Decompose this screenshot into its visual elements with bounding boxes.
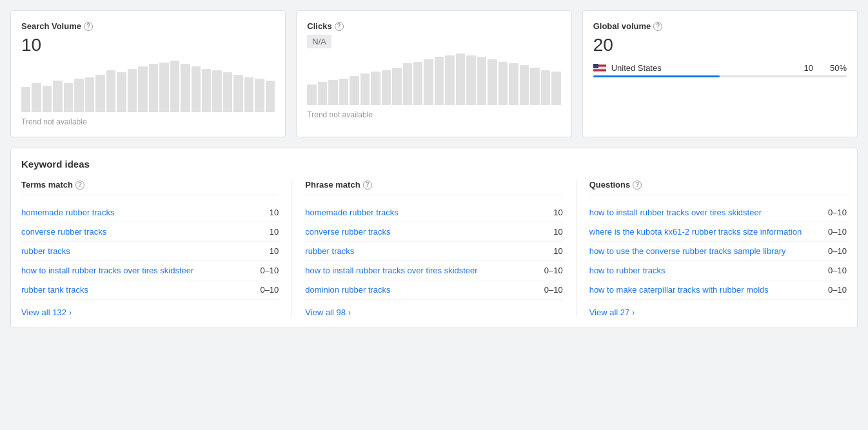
questions-items: how to install rubber tracks over tires … [589,203,847,300]
keyword-link[interactable]: converse rubber tracks [305,227,548,237]
questions-info-icon[interactable]: ? [633,181,642,190]
keyword-volume: 0–10 [828,208,847,217]
chart-bar [413,62,422,105]
keyword-row: rubber tracks10 [21,242,279,261]
search-volume-card: Search Volume ? 10 Trend not available [10,10,286,137]
global-volume-info-icon[interactable]: ? [653,22,662,31]
phrase-match-view-all[interactable]: View all 98 › [305,308,562,317]
phrase-match-label: Phrase match [305,180,360,190]
svg-rect-5 [593,70,606,70]
keyword-link[interactable]: how to rubber tracks [589,266,823,275]
keyword-link[interactable]: rubber tracks [305,246,548,256]
search-volume-info-icon[interactable]: ? [84,22,93,31]
keyword-row: how to install rubber tracks over tires … [589,203,847,222]
clicks-label: Clicks [307,21,331,31]
keyword-link[interactable]: homemade rubber tracks [21,208,264,217]
questions-view-all[interactable]: View all 27 › [589,308,847,317]
chart-bar [212,70,221,112]
chart-bar [64,83,73,112]
chart-bar [255,79,264,112]
chart-bar [530,68,539,105]
keyword-row: rubber tank tracks0–10 [21,280,279,300]
keyword-volume: 0–10 [828,285,847,295]
keyword-volume: 0–10 [828,227,847,237]
keyword-link[interactable]: how to use the converse rubber tracks sa… [589,246,823,256]
keyword-volume: 10 [553,246,562,256]
svg-rect-4 [593,68,606,69]
chart-bar [339,79,348,105]
phrase-chevron-icon: › [348,308,351,317]
chart-bar [138,66,147,112]
keyword-row: dominion rubber tracks0–10 [305,280,562,300]
chart-bar [95,75,104,112]
clicks-card: Clicks ? N/A Trend not available [296,10,571,137]
phrase-match-info-icon[interactable]: ? [363,181,372,190]
chart-bar [456,54,465,105]
questions-column: Questions ? how to install rubber tracks… [589,180,847,317]
keyword-row: how to rubber tracks0–10 [589,261,847,280]
chart-bar [445,55,454,105]
keyword-ideas-title: Keyword ideas [21,159,847,170]
terms-match-items: homemade rubber tracks10converse rubber … [21,203,279,300]
chart-bar [318,82,327,105]
chart-bar [435,57,444,105]
keyword-row: where is the kubota kx61-2 rubber tracks… [589,222,847,242]
keyword-volume: 10 [553,208,562,217]
terms-view-all-label: View all 132 [21,308,66,317]
keyword-volume: 0–10 [828,246,847,256]
chart-bar [53,81,62,112]
terms-match-view-all[interactable]: View all 132 › [21,308,279,317]
keyword-link[interactable]: where is the kubota kx61-2 rubber tracks… [589,227,823,237]
search-volume-trend: Trend not available [21,117,275,126]
keyword-link[interactable]: converse rubber tracks [21,227,264,237]
chart-bar [382,70,391,105]
keyword-columns: Terms match ? homemade rubber tracks10co… [21,180,847,317]
clicks-title: Clicks ? [307,21,560,31]
keyword-volume: 10 [270,227,279,237]
keyword-volume: 0–10 [260,266,279,275]
keyword-volume: 0–10 [544,285,563,295]
chart-bar [202,69,211,112]
global-volume-title: Global volume ? [593,21,847,31]
keyword-link[interactable]: how to install rubber tracks over tires … [21,266,255,275]
chart-bar [477,57,486,105]
search-volume-label: Search Volume [21,21,81,31]
keyword-volume: 0–10 [544,266,563,275]
chart-bar [360,73,370,105]
keyword-link[interactable]: homemade rubber tracks [305,208,548,217]
keyword-link[interactable]: rubber tracks [21,246,264,256]
svg-rect-7 [593,64,598,68]
keyword-row: how to use the converse rubber tracks sa… [589,242,847,261]
keyword-link[interactable]: how to install rubber tracks over tires … [589,208,823,217]
keyword-link[interactable]: rubber tank tracks [21,285,255,295]
clicks-trend: Trend not available [307,110,560,119]
terms-match-column: Terms match ? homemade rubber tracks10co… [21,180,292,317]
chart-bar [159,63,168,112]
keyword-link[interactable]: dominion rubber tracks [305,285,538,295]
global-volume-value: 20 [593,35,847,55]
chart-bar [392,68,401,105]
chart-bar [85,77,94,112]
keyword-volume: 10 [553,227,562,237]
keyword-row: rubber tracks10 [305,242,562,261]
terms-match-info-icon[interactable]: ? [75,181,84,190]
country-value: 10 [804,63,813,73]
keyword-link[interactable]: how to install rubber tracks over tires … [305,266,538,275]
keyword-volume: 10 [270,208,279,217]
terms-chevron-icon: › [69,308,72,317]
chart-bar [192,66,201,112]
chart-bar [541,70,550,105]
chart-bar [488,59,497,105]
phrase-match-items: homemade rubber tracks10converse rubber … [305,203,562,300]
chart-bar [509,63,518,105]
search-volume-value: 10 [21,35,275,55]
keyword-link[interactable]: how to make caterpillar tracks with rubb… [589,285,823,295]
chart-bar [403,63,412,105]
clicks-na-badge: N/A [307,35,331,48]
chart-bar [520,65,529,105]
questions-view-all-label: View all 27 [589,308,630,317]
svg-rect-6 [593,71,606,72]
chart-bar [32,83,41,112]
chart-bar [128,69,137,112]
clicks-info-icon[interactable]: ? [335,22,344,31]
